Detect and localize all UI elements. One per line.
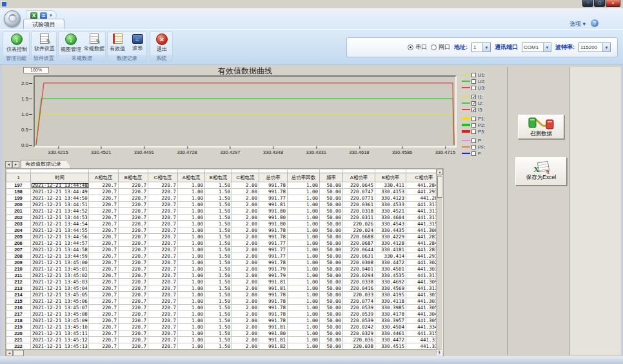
chart-y-axis: 2.01.51.00.50.0 [12,77,32,146]
view-manage-icon: ↓ [65,34,77,45]
general-data-icon: ✎ [90,34,99,44]
column-header[interactable]: 总功率因数 [288,173,320,182]
legend-checkbox[interactable] [471,139,476,143]
column-header[interactable]: A相电流 [178,173,205,182]
vertical-scroll-thumb[interactable] [437,176,442,198]
tab-scroll-left-icon[interactable]: ◄ [5,161,12,168]
legend-checkbox[interactable]: ✓ [471,101,476,106]
network-radio[interactable]: 网口 [431,43,450,52]
legend-checkbox[interactable] [471,145,476,149]
tab-scroll-right-icon[interactable]: ► [12,161,19,168]
minimize-button[interactable]: − [582,0,593,7]
table-row[interactable]: 2202021-12-21 13:45:11220.7220.7220.71.0… [6,330,442,337]
quick-access-dropdown-icon[interactable]: ▾ [50,13,52,18]
instrument-control-button[interactable]: ↓ 仪表控制 [5,33,28,56]
table-row[interactable]: 2092021-12-21 13:45:00220.7220.7220.71.0… [6,260,442,266]
legend-checkbox[interactable]: ✓ [471,108,476,112]
legend-checkbox[interactable] [471,129,476,134]
table-row[interactable]: 2032021-12-21 13:44:54220.7220.7220.71.0… [6,221,442,227]
table-row[interactable]: 2222021-12-21 13:45:13220.7220.7220.71.0… [6,343,442,350]
fetch-data-button[interactable]: 召测数据 [518,115,564,139]
general-data-button[interactable]: ✎ 常规数据 [83,33,106,56]
help-icon[interactable]: ? [591,19,598,27]
ribbon-group-software: ✎ 软件设置 软件设置 [31,31,57,63]
serial-radio[interactable]: 串口 [408,43,427,52]
window-titlebar[interactable]: − □ × [0,0,623,8]
column-header[interactable]: A相功率 [343,173,375,182]
tab-test-project[interactable]: 试验项目 [23,19,64,30]
baud-rate-select[interactable]: 115200 ▼ [578,43,611,52]
rms-record-button[interactable]: 有效值 [108,33,127,56]
waveform-button[interactable]: ≈ 波形 [128,33,147,56]
table-row[interactable]: 1992021-12-21 13:44:50220.7220.7220.71.0… [6,195,442,202]
table-row[interactable]: 1972021-12-21 13:44:48220.7220.7220.71.0… [6,182,442,189]
column-header[interactable]: 频率 [320,173,343,182]
table-row[interactable]: 2002021-12-21 13:44:51220.7220.7220.71.0… [6,202,442,208]
table-row[interactable]: 2102021-12-21 13:45:01220.7220.7220.71.0… [6,266,442,273]
selected-cell[interactable]: 2021-12-21 13:44:48 [31,182,89,189]
table-row[interactable]: 2022021-12-21 13:44:53220.7220.7220.71.0… [6,215,442,221]
ribbon-group-general-data: ↓ 视图管理 ✎ 常规数据 常规数据 [58,31,106,63]
table-row[interactable]: 2042021-12-21 13:44:55220.7220.7220.71.0… [6,227,442,234]
legend-checkbox[interactable]: ✓ [471,95,476,99]
baud-rate-dropdown-icon[interactable]: ▼ [602,43,610,52]
table-row[interactable]: 2152021-12-21 13:45:06220.7220.7220.71.0… [6,298,442,305]
table-row[interactable]: 2192021-12-21 13:45:10220.7220.7220.71.0… [6,324,442,330]
table-row[interactable]: 2172021-12-21 13:45:08220.7220.7220.71.0… [6,311,442,318]
column-header[interactable]: C相电压 [148,173,178,182]
quick-access-tool-icon[interactable]: ≡ [40,12,47,19]
software-settings-button[interactable]: ✎ 软件设置 [33,33,56,56]
table-row[interactable]: 2052021-12-21 13:44:56220.7220.7220.71.0… [6,234,442,240]
application-menu-orb[interactable] [4,10,21,27]
legend-checkbox[interactable] [471,73,476,77]
vertical-scrollbar[interactable]: ▲ [436,169,442,349]
column-header[interactable]: 总功率 [259,173,288,182]
comm-port-dropdown-icon[interactable]: ▼ [543,43,551,52]
tab-rms-data-record[interactable]: 有效值数据记录 [21,160,71,168]
table-row[interactable]: 2212021-12-21 13:45:12220.7220.7220.71.0… [6,337,442,343]
table-row[interactable]: 2072021-12-21 13:44:58220.7220.7220.71.0… [6,247,442,253]
maximize-button[interactable]: □ [594,0,605,7]
table-row[interactable]: 2082021-12-21 13:44:59220.7220.7220.71.0… [6,253,442,260]
table-corner-cell[interactable]: 1 [6,173,31,182]
table-row[interactable]: 2132021-12-21 13:45:04220.7220.7220.71.0… [6,285,442,292]
x-tick-label: 330.4618 [349,149,369,155]
save-excel-button[interactable]: X ↯ 保存为Excel [515,157,567,186]
address-select[interactable]: 1 ▼ [471,43,491,52]
column-header[interactable]: A相电压 [89,173,119,182]
legend-checkbox[interactable] [471,117,476,121]
column-header[interactable]: C相电流 [232,173,259,182]
legend-checkbox[interactable] [471,86,476,90]
table-row[interactable]: 2182021-12-21 13:45:09220.7220.7220.71.0… [6,318,442,324]
legend-label: P1: [477,116,486,122]
column-header[interactable]: B相功率 [375,173,406,182]
comm-port-select[interactable]: COM1 ▼ [522,43,551,52]
legend-checkbox[interactable] [471,151,476,156]
exit-button[interactable]: × 退出 [150,33,173,56]
quick-access-excel-icon[interactable]: X [30,12,37,19]
legend-checkbox[interactable] [471,79,476,84]
table-row[interactable]: 2062021-12-21 13:44:57220.7220.7220.71.0… [6,240,442,247]
scroll-left-icon[interactable]: ◄ [6,350,13,356]
table-row[interactable]: 2162021-12-21 13:45:07220.7220.7220.71.0… [6,305,442,311]
table-row[interactable]: 2012021-12-21 13:44:52220.7220.7220.71.0… [6,208,442,215]
chart-plot-area[interactable] [34,75,457,148]
close-button[interactable]: × [606,0,620,7]
table-row[interactable]: 2142021-12-21 13:45:05220.7220.7220.71.0… [6,292,442,298]
address-dropdown-icon[interactable]: ▼ [482,43,490,52]
column-header[interactable]: B相电压 [119,173,148,182]
legend-color-swatch [462,140,470,141]
column-header[interactable]: B相电流 [205,173,232,182]
column-header[interactable]: 时间 [31,173,89,182]
series-line-i2 [36,99,454,145]
table-row[interactable]: 2112021-12-21 13:45:02220.7220.7220.71.0… [6,273,442,279]
legend-checkbox[interactable] [471,123,476,128]
view-manage-button[interactable]: ↓ 视图管理 [59,33,83,56]
horizontal-scroll-thumb[interactable] [14,350,24,356]
horizontal-scrollbar[interactable]: ◄ [6,349,437,356]
table-row[interactable]: 1982021-12-21 13:44:49220.7220.7220.71.0… [6,189,442,195]
options-menu[interactable]: 选项 ▾ [569,20,586,28]
x-tick-label: 330.4331 [306,149,326,155]
scroll-up-icon[interactable]: ▲ [437,169,443,175]
table-row[interactable]: 2122021-12-21 13:45:03220.7220.7220.71.0… [6,279,442,285]
